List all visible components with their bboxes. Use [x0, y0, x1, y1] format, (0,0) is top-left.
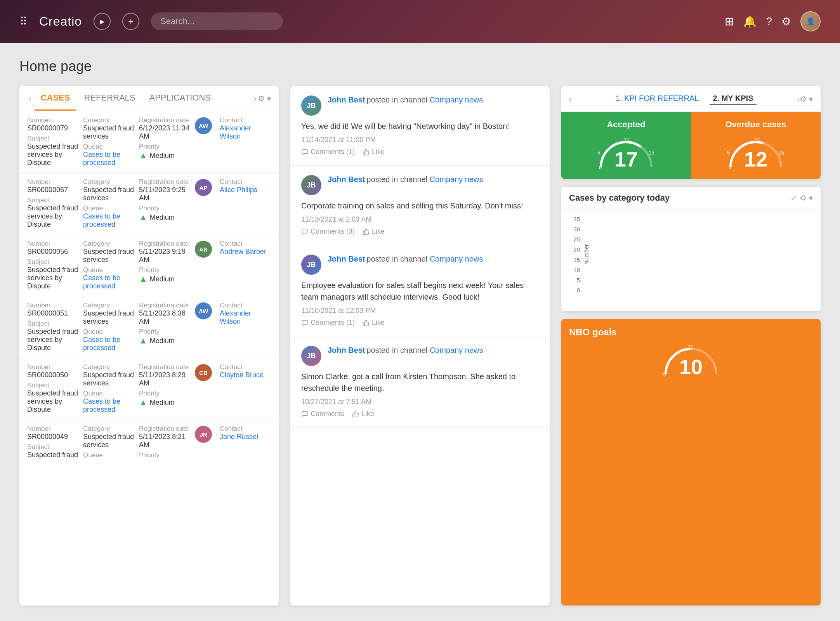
right-panel: ‹ 1. KPI FOR REFERRAL 2. MY KPIS › ⚙ ▾ A…	[561, 86, 821, 605]
kpi-next-arrow[interactable]: ›	[797, 94, 800, 103]
case-queue-label: Queue	[83, 205, 134, 212]
tab-applications[interactable]: APPLICATIONS	[143, 86, 217, 111]
case-row: Number SR00000049 Subject Suspected frau…	[19, 420, 279, 460]
chart-expand-icon[interactable]: ⤢	[791, 194, 797, 202]
kpi-section: ‹ 1. KPI FOR REFERRAL 2. MY KPIS › ⚙ ▾ A…	[561, 86, 821, 179]
case-contact-label: Contact	[220, 116, 271, 124]
feed-user[interactable]: John Best	[328, 346, 365, 354]
feed-meta: John Best posted in channel Company news	[328, 346, 539, 355]
tab-prev-arrow[interactable]: ‹	[27, 92, 33, 104]
cases-panel-settings[interactable]: ⚙ ▾	[258, 94, 271, 103]
chart-title: Cases by category today	[569, 193, 791, 203]
case-queue-value[interactable]: Cases to be processed	[83, 336, 134, 352]
tab-next-arrow[interactable]: ›	[254, 94, 257, 103]
case-number-value: SR00000079	[27, 124, 78, 132]
case-queue-value[interactable]: Cases to be processed	[83, 274, 134, 290]
feed-meta: John Best posted in channel Company news	[328, 255, 539, 264]
feed-comments-btn[interactable]: Comments	[301, 410, 344, 418]
case-number-group: Number SR00000050 Subject Suspected frau…	[27, 363, 78, 414]
kpi-settings[interactable]: ⚙ ▾	[800, 94, 813, 104]
settings-icon[interactable]: ⚙	[781, 15, 791, 28]
kpi-tab-my[interactable]: 2. MY KPIS	[710, 92, 756, 105]
case-contact-value[interactable]: Alexander Wilson	[220, 124, 271, 141]
feed-comments-btn[interactable]: Comments (3)	[301, 227, 355, 236]
tab-referrals[interactable]: REFERRALS	[78, 86, 141, 111]
feed-comments-btn[interactable]: Comments (1)	[301, 319, 355, 327]
logo-text: Creatio	[39, 14, 82, 29]
nav-icon-group: ⊞ 🔔 ? ⚙ 👤	[725, 11, 821, 31]
case-category-label: Category	[83, 178, 134, 186]
feed-comments-btn[interactable]: Comments (1)	[301, 148, 355, 156]
case-contact-label: Contact	[220, 363, 271, 371]
case-queue-value[interactable]: Cases to be processed	[83, 151, 134, 167]
cases-panel: ‹ CASES REFERRALS APPLICATIONS › ⚙ ▾ Num…	[19, 86, 279, 605]
case-category-value: Suspected fraud services	[83, 309, 134, 326]
case-category-label: Category	[83, 425, 134, 433]
case-category-value: Suspected fraud services	[83, 433, 134, 449]
svg-text:5: 5	[727, 150, 730, 156]
feed-user[interactable]: John Best	[328, 255, 365, 263]
case-category-group: Category Suspected fraud services Queue	[83, 425, 134, 459]
svg-text:10: 10	[624, 137, 629, 142]
feed-like-btn[interactable]: Like	[363, 227, 385, 236]
case-queue-label: Queue	[83, 143, 134, 151]
case-subject-value: Suspected fraud services by Dispute	[27, 204, 78, 229]
case-queue-value[interactable]: Cases to be processed	[83, 212, 134, 229]
kpi-accepted-card: Accepted 0 5 10 15 17	[561, 112, 691, 179]
feed-like-btn[interactable]: Like	[363, 148, 385, 156]
help-icon[interactable]: ?	[766, 15, 772, 28]
feed-like-btn[interactable]: Like	[352, 410, 374, 418]
feed-avatar: JB	[301, 255, 321, 275]
dashboard-icon[interactable]: ⊞	[725, 15, 734, 28]
case-contact-value[interactable]: Jane Russel	[220, 433, 271, 441]
feed-like-btn[interactable]: Like	[363, 319, 385, 327]
y-label-5: 5	[577, 277, 580, 283]
case-subject-label: Subject	[27, 196, 78, 204]
add-button[interactable]: +	[122, 13, 139, 30]
feed-user[interactable]: John Best	[328, 175, 365, 184]
feed-channel[interactable]: Company news	[430, 175, 483, 184]
svg-text:5: 5	[663, 372, 666, 377]
svg-text:10: 10	[688, 344, 693, 350]
user-avatar[interactable]: 👤	[800, 11, 821, 31]
tab-cases[interactable]: CASES	[35, 86, 76, 111]
notifications-icon[interactable]: 🔔	[743, 15, 757, 28]
feed-item: JB John Best posted in channel Company n…	[290, 428, 550, 435]
case-number-label: Number	[27, 363, 78, 371]
kpi-accepted-title: Accepted	[607, 120, 645, 130]
case-date-group: Registration date 5/11/2023 8:38 AM Prio…	[139, 302, 190, 346]
kpi-tabs: 1. KPI FOR REFERRAL 2. MY KPIS	[572, 92, 797, 105]
chart-settings[interactable]: ⚙ ▾	[800, 193, 813, 203]
feed-user[interactable]: John Best	[328, 95, 365, 104]
play-button[interactable]: ▶	[94, 13, 111, 30]
case-number-label: Number	[27, 116, 78, 124]
case-contact-value[interactable]: Clayton Bruce	[220, 371, 271, 379]
case-contact-value[interactable]: Andrew Barber	[220, 248, 271, 256]
search-input[interactable]	[151, 12, 283, 30]
feed-body: Corporate training on sales and selling …	[301, 200, 539, 212]
case-priority-label: Priority	[139, 390, 190, 397]
kpi-tab-referral[interactable]: 1. KPI FOR REFERRAL	[613, 92, 702, 105]
feed-channel[interactable]: Company news	[430, 255, 483, 263]
feed-time: 11/13/2021 at 2:03 AM	[301, 215, 539, 224]
case-contact-label: Contact	[220, 178, 271, 186]
case-subject-label: Subject	[27, 320, 78, 328]
feed-action-text: posted in channel	[366, 95, 429, 104]
feed-avatar: JB	[301, 346, 321, 366]
feed-channel[interactable]: Company news	[430, 346, 483, 354]
svg-text:5: 5	[597, 150, 600, 156]
case-contact-value[interactable]: Alice Philips	[220, 186, 271, 194]
feed-channel[interactable]: Company news	[430, 95, 483, 104]
case-contact-value[interactable]: Alexander Wilson	[220, 309, 271, 326]
comment-icon	[301, 411, 308, 418]
case-category-value: Suspected fraud services	[83, 371, 134, 387]
case-contact-group: Contact Jane Russel	[220, 425, 271, 441]
case-category-group: Category Suspected fraud services Queue …	[83, 240, 134, 290]
grid-menu-icon[interactable]: ⠿	[19, 15, 28, 28]
case-contact-group: Contact Alice Philips	[220, 178, 271, 194]
case-priority-value: ▲Medium	[139, 336, 190, 346]
case-row: Number SR00000050 Subject Suspected frau…	[19, 358, 279, 420]
case-date-group: Registration date 6/12/2023 11:34 AM Pri…	[139, 116, 190, 161]
kpi-prev-arrow[interactable]: ‹	[569, 94, 572, 103]
case-queue-value[interactable]: Cases to be processed	[83, 397, 134, 414]
